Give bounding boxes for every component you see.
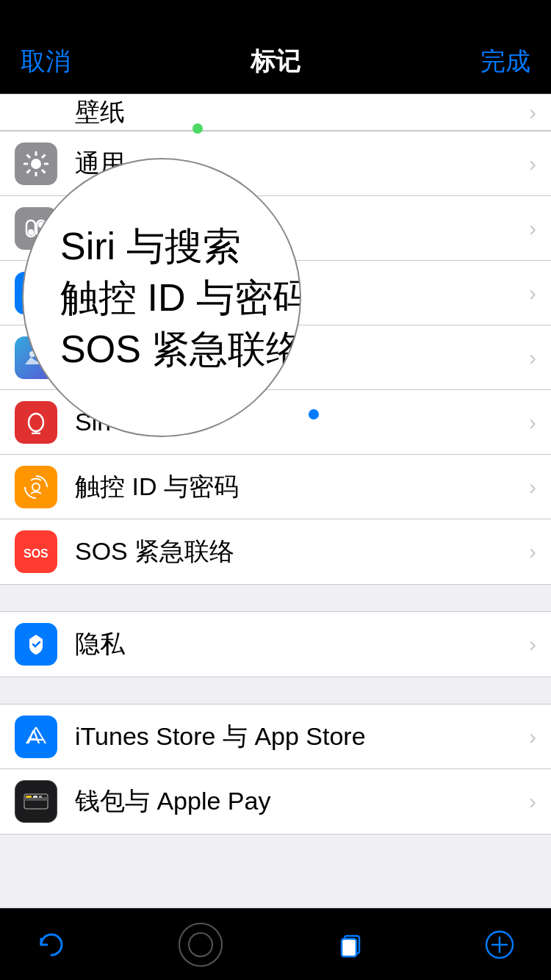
list-item-privacy[interactable]: 隐私 › xyxy=(0,612,551,677)
magnifier-line-1: Siri 与搜索 xyxy=(60,220,241,272)
page-title: 标记 xyxy=(251,45,300,79)
svg-point-18 xyxy=(32,483,40,491)
settings-list-group-privacy: 隐私 › xyxy=(0,611,551,677)
section-gap-2 xyxy=(0,677,551,704)
touchid-icon xyxy=(15,466,57,508)
done-button[interactable]: 完成 xyxy=(480,45,530,79)
magnifier-overlay: Siri 与搜索 触控 ID 与密码 SOS 紧急联络 xyxy=(22,158,301,437)
chevron-icon: › xyxy=(529,724,536,749)
list-item-itunes[interactable]: A iTunes Store 与 App Store › xyxy=(0,705,551,769)
general-icon xyxy=(15,143,57,185)
add-button[interactable] xyxy=(478,923,522,967)
privacy-label: 隐私 xyxy=(75,627,522,661)
privacy-icon xyxy=(15,623,57,666)
svg-rect-11 xyxy=(28,229,34,235)
svg-point-15 xyxy=(29,414,43,431)
sos-label: SOS 紧急联络 xyxy=(75,535,522,569)
partial-item-label: 壁纸 xyxy=(75,96,522,129)
svg-rect-31 xyxy=(342,939,356,956)
itunes-icon: A xyxy=(15,716,57,758)
svg-point-0 xyxy=(31,159,41,169)
green-dot xyxy=(192,123,203,134)
wallet-label: 钱包与 Apple Pay xyxy=(75,785,522,818)
list-item-touchid[interactable]: 触控 ID 与密码 › xyxy=(0,455,551,519)
bottom-toolbar xyxy=(0,908,551,980)
home-indicator xyxy=(179,923,223,967)
chevron-icon: › xyxy=(529,281,536,306)
nav-bar: 取消 标记 完成 xyxy=(0,29,551,94)
cancel-button[interactable]: 取消 xyxy=(21,45,71,79)
svg-text:A: A xyxy=(27,726,40,748)
sos-icon: SOS xyxy=(15,530,57,573)
svg-rect-27 xyxy=(33,796,37,798)
chevron-icon: › xyxy=(529,216,536,241)
chevron-icon: › xyxy=(529,345,536,370)
list-item-wallet[interactable]: 钱包与 Apple Pay › xyxy=(0,769,551,834)
magnifier-line-3: SOS 紧急联络 xyxy=(60,323,301,375)
chevron-icon: › xyxy=(529,410,536,435)
list-item-sos[interactable]: SOS SOS 紧急联络 › xyxy=(0,519,551,584)
svg-text:SOS: SOS xyxy=(24,547,48,560)
copy-button[interactable] xyxy=(328,923,372,967)
chevron-icon: › xyxy=(529,100,536,125)
section-gap-3 xyxy=(0,835,551,861)
magnifier-line-2: 触控 ID 与密码 xyxy=(60,272,301,323)
blue-dot xyxy=(309,409,319,419)
partial-top-item: 壁纸 › xyxy=(0,94,551,131)
svg-point-29 xyxy=(189,933,212,956)
status-bar xyxy=(0,0,551,29)
undo-button[interactable] xyxy=(29,923,73,967)
svg-rect-26 xyxy=(26,796,32,798)
wallet-icon xyxy=(15,780,57,823)
svg-line-5 xyxy=(27,154,31,158)
itunes-label: iTunes Store 与 App Store xyxy=(75,720,522,754)
siri-icon xyxy=(15,401,57,444)
section-gap-1 xyxy=(0,585,551,611)
touchid-label: 触控 ID 与密码 xyxy=(75,470,522,504)
chevron-icon: › xyxy=(529,789,536,814)
svg-line-7 xyxy=(42,154,46,158)
settings-list-group-2: A iTunes Store 与 App Store › 钱 xyxy=(0,704,551,835)
svg-rect-28 xyxy=(39,796,42,798)
chevron-icon: › xyxy=(529,151,536,176)
chevron-icon: › xyxy=(529,632,536,657)
svg-line-6 xyxy=(42,170,46,173)
svg-line-8 xyxy=(27,170,31,173)
chevron-icon: › xyxy=(529,539,536,564)
chevron-icon: › xyxy=(529,475,536,500)
